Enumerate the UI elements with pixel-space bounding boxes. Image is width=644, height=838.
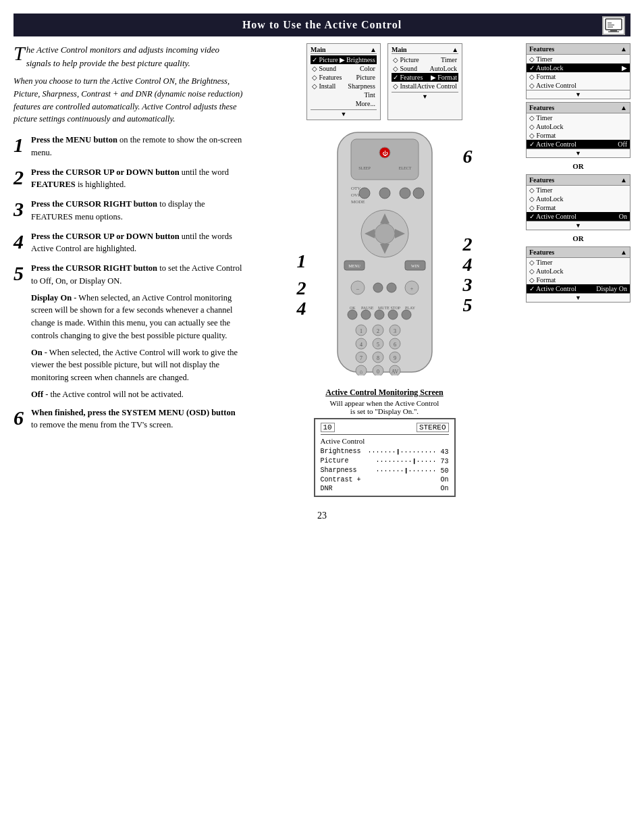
step-1-content: Press the MENU button on the remote to s…: [31, 134, 243, 159]
svg-text:WIN: WIN: [411, 264, 420, 268]
ms-row-contrast: Contrast + On: [321, 476, 449, 483]
or-label-1: OR: [526, 162, 630, 170]
top-menu-screenshots: Main ▲ ✓ Picture▶ Brightness ◇ SoundColo…: [248, 43, 520, 120]
svg-text:ELECT: ELECT: [398, 166, 411, 170]
page-header: How to Use the Active Control: [14, 14, 630, 36]
middle-column: Main ▲ ✓ Picture▶ Brightness ◇ SoundColo…: [248, 43, 520, 497]
or-label-2: OR: [526, 234, 630, 242]
off-desc: Off - the Active control will not be act…: [31, 388, 243, 401]
remote-step-3-right: 3: [463, 274, 473, 296]
on-desc: On - When selected, the Active Control w…: [31, 346, 243, 384]
ms-row-picture: Picture ·········❙····· 73: [321, 457, 449, 465]
step-6-number: 6: [14, 407, 27, 429]
ms-row-sharpness: Sharpness ·······❙······· 50: [321, 467, 449, 475]
features-panel-1: Features▲ ◇ Timer ✓ AutoLock▶ ◇ Format ◇…: [526, 43, 630, 99]
svg-point-18: [413, 188, 424, 199]
main-menu-1: Main ▲ ✓ Picture▶ Brightness ◇ SoundColo…: [306, 43, 381, 120]
step-6-content: When finished, press the SYSTEM MENU (OS…: [31, 407, 243, 432]
svg-text:OK: OK: [350, 306, 356, 310]
svg-text:0: 0: [377, 369, 379, 375]
intro-text1: he Active Control monitors and adjusts i…: [26, 45, 219, 68]
ms-row-brightness: Brightness ·······❙········· 43: [321, 448, 449, 456]
remote-area: ⏻ SLEEP ELECT OTV OVR MODE: [297, 126, 473, 382]
step-2-content: Press the CURSOR UP or DOWN button until…: [31, 166, 243, 192]
svg-point-15: [359, 188, 370, 199]
step-4: 4 Press the CURSOR UP or DOWN button unt…: [14, 230, 243, 256]
svg-text:6: 6: [394, 342, 396, 348]
step-5-content: Press the CURSOR RIGHT button to set the…: [31, 262, 243, 401]
monitoring-section: Active Control Monitoring Screen Will ap…: [248, 388, 520, 497]
svg-text:3: 3: [394, 328, 396, 334]
svg-text:MENU: MENU: [348, 264, 360, 268]
header-icon: [602, 16, 625, 35]
right-column: Features▲ ◇ Timer ✓ AutoLock▶ ◇ Format ◇…: [526, 43, 630, 497]
monitoring-screen-box: 10 STEREO Active Control Brightness ····…: [314, 418, 456, 497]
svg-text:OTV: OTV: [351, 186, 360, 191]
features-panel-2: Features▲ ◇ Timer ◇ AutoLock ◇ Format ✓ …: [526, 102, 630, 158]
svg-text:⏻: ⏻: [382, 151, 388, 157]
remote-step-6-right-top: 6: [463, 146, 473, 167]
monitoring-desc1: Will appear when the Active Control: [248, 399, 520, 407]
remote-step-4-left-bot: 4: [297, 298, 306, 319]
svg-text:PLAY: PLAY: [405, 306, 416, 310]
svg-text:1: 1: [360, 328, 363, 334]
svg-text:8: 8: [377, 355, 379, 361]
svg-point-31: [373, 283, 383, 292]
ms-row-dnr: DNR On: [321, 485, 449, 492]
svg-point-42: [388, 310, 398, 319]
step-3-number: 3: [14, 198, 27, 220]
intro-para2: When you choose to turn the Active Contr…: [14, 75, 243, 126]
remote-step-2-left-top: 2: [297, 278, 306, 299]
drop-cap: T: [14, 43, 25, 63]
svg-point-16: [379, 188, 390, 199]
remote-step-5-right: 5: [463, 294, 473, 316]
svg-text:9: 9: [394, 355, 396, 361]
svg-point-41: [375, 310, 384, 319]
svg-text:4: 4: [360, 342, 363, 348]
step-3: 3 Press the CURSOR RIGHT button to displ…: [14, 198, 243, 224]
step-4-content: Press the CURSOR UP or DOWN button until…: [31, 230, 243, 256]
svg-rect-0: [606, 19, 622, 30]
intro-text2: When you choose to turn the Active Contr…: [14, 76, 242, 124]
main-menu-2: Main ▲ ◇ PictureTimer ◇ SoundAutoLock ✓ …: [387, 43, 462, 120]
svg-point-17: [400, 188, 410, 199]
features-panel-3: Features▲ ◇ Timer ◇ AutoLock ◇ Format ✓ …: [526, 174, 630, 230]
svg-text:+: +: [410, 286, 413, 292]
svg-point-39: [348, 310, 357, 319]
svg-point-20: [375, 224, 395, 244]
remote-svg: ⏻ SLEEP ELECT OTV OVR MODE: [331, 126, 439, 375]
svg-point-43: [402, 310, 411, 319]
remote-step-2-right: 2: [463, 234, 473, 255]
left-column: The Active Control monitors and adjusts …: [14, 43, 243, 497]
svg-text:SLEEP: SLEEP: [358, 166, 371, 170]
ms-section-title: Active Control: [321, 437, 449, 445]
step-5: 5 Press the CURSOR RIGHT button to set t…: [14, 262, 243, 401]
svg-text:PAUSE: PAUSE: [361, 306, 374, 310]
remote-step-1-left: 1: [297, 251, 306, 272]
menu1-title: Main: [311, 46, 326, 53]
remote-step-4-right: 4: [463, 254, 473, 276]
svg-text:5: 5: [377, 342, 379, 348]
svg-text:MODE: MODE: [351, 199, 365, 205]
step-2: 2 Press the CURSOR UP or DOWN button unt…: [14, 166, 243, 192]
page-number: 23: [0, 510, 644, 521]
ms-channel: 10: [321, 423, 335, 432]
step-6: 6 When finished, press the SYSTEM MENU (…: [14, 407, 243, 432]
svg-text:2: 2: [377, 328, 379, 334]
svg-text:MUTE STOP: MUTE STOP: [378, 306, 401, 310]
features-panel-4: Features▲ ◇ Timer ◇ AutoLock ◇ Format ✓ …: [526, 246, 630, 303]
header-title: How to Use the Active Control: [242, 19, 402, 30]
step-1-number: 1: [14, 134, 27, 156]
monitoring-desc2: is set to "Display On.".: [248, 407, 520, 415]
display-on-desc: Display On - When selected, an Active Co…: [31, 292, 243, 342]
step-3-content: Press the CURSOR RIGHT button to display…: [31, 198, 243, 224]
svg-text:AV: AV: [391, 369, 398, 375]
svg-text:7: 7: [360, 355, 363, 361]
svg-rect-7: [351, 139, 419, 180]
svg-text:⌂: ⌂: [359, 369, 363, 375]
intro-para1: The Active Control monitors and adjusts …: [14, 43, 243, 70]
monitoring-title: Active Control Monitoring Screen: [248, 388, 520, 398]
step-2-number: 2: [14, 166, 27, 188]
step-4-number: 4: [14, 230, 27, 253]
step-5-number: 5: [14, 262, 27, 284]
